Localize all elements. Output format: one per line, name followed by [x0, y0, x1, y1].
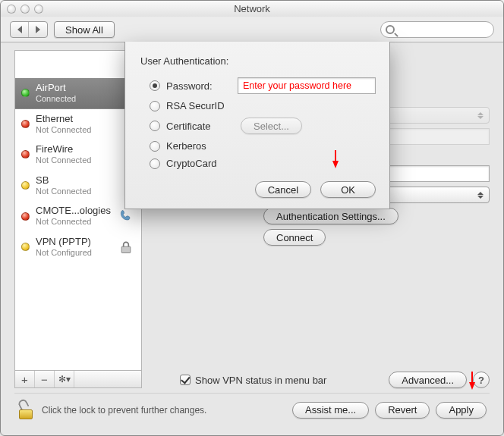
service-name-label: VPN (PPTP) — [36, 237, 92, 248]
kerberos-radio-label: Kerberos — [166, 140, 235, 152]
services-sidebar: AirPort Connected Ethernet Not Connected — [14, 50, 142, 388]
status-dot-icon — [21, 181, 30, 190]
annotation-arrow-icon — [469, 382, 475, 390]
auth-option-cryptocard[interactable]: CryptoCard — [139, 155, 376, 172]
status-dot-icon — [21, 89, 30, 97]
window-title: Network — [1, 3, 503, 14]
advanced-button[interactable]: Advanced... — [389, 372, 467, 388]
search-field[interactable] — [380, 21, 494, 38]
sidebar-item-vpn[interactable]: VPN (PPTP) Not Configured — [15, 232, 141, 263]
services-list-footer: + − ✻▾ — [14, 371, 142, 388]
auth-option-password[interactable]: Password: Enter your password here — [139, 74, 376, 97]
cryptocard-radio[interactable] — [150, 158, 160, 169]
service-status-label: Connected — [36, 94, 76, 104]
lock-icon[interactable] — [17, 401, 34, 419]
service-name-label: AirPort — [36, 83, 76, 94]
password-radio-label: Password: — [166, 80, 232, 92]
certificate-select-button[interactable]: Select... — [241, 118, 302, 134]
network-preferences-window: Network Show All AirPort Connec — [0, 0, 504, 436]
revert-button[interactable]: Revert — [375, 402, 430, 419]
annotation-arrow-icon — [332, 161, 339, 168]
sheet-ok-button[interactable]: OK — [320, 181, 376, 198]
window-footer: Click the lock to prevent further change… — [14, 393, 490, 426]
phone-icon — [117, 208, 135, 224]
status-dot-icon — [21, 212, 30, 221]
auth-option-kerberos[interactable]: Kerberos — [139, 137, 376, 155]
svg-rect-0 — [121, 246, 131, 253]
password-field[interactable]: Enter your password here — [238, 77, 376, 94]
service-name-label: SB — [36, 175, 91, 187]
sheet-cancel-button[interactable]: Cancel — [255, 181, 311, 198]
remove-service-button[interactable]: − — [35, 371, 55, 387]
certificate-radio-label: Certificate — [166, 121, 235, 132]
chevron-updown-icon — [475, 189, 486, 201]
service-name-label: Ethernet — [36, 114, 91, 125]
cryptocard-radio-label: CryptoCard — [166, 158, 235, 169]
rsa-radio[interactable] — [150, 101, 160, 111]
auth-option-rsa[interactable]: RSA SecurID — [139, 97, 376, 114]
service-name-label: FireWire — [36, 144, 91, 155]
services-actions-menu[interactable]: ✻▾ — [55, 371, 74, 387]
auth-option-certificate[interactable]: Certificate Select... — [139, 114, 376, 137]
show-all-button[interactable]: Show All — [54, 21, 115, 38]
sidebar-item-cmote[interactable]: CMOTE...ologies Not Connected — [15, 201, 141, 232]
apply-button[interactable]: Apply — [436, 402, 487, 419]
service-status-label: Not Connected — [36, 217, 111, 227]
back-button[interactable] — [11, 22, 29, 37]
show-vpn-status-checkbox[interactable] — [180, 375, 191, 385]
authentication-settings-button[interactable]: Authentication Settings... — [263, 208, 398, 224]
sidebar-item-firewire[interactable]: FireWire Not Connected — [15, 140, 141, 171]
lock-hint-label: Click the lock to prevent further change… — [42, 405, 206, 416]
sheet-heading: User Authentication: — [140, 55, 376, 67]
sidebar-item-sb[interactable]: SB Not Connected — [15, 171, 141, 202]
assist-me-button[interactable]: Assist me... — [292, 402, 369, 419]
services-list[interactable]: AirPort Connected Ethernet Not Connected — [14, 50, 142, 371]
status-dot-icon — [21, 150, 30, 158]
connect-button[interactable]: Connect — [263, 229, 326, 246]
service-status-label: Not Connected — [36, 187, 91, 196]
kerberos-radio[interactable] — [150, 141, 160, 152]
service-status-label: Not Connected — [36, 155, 91, 165]
service-status-label: Not Configured — [36, 248, 92, 258]
sidebar-item-ethernet[interactable]: Ethernet Not Connected — [15, 109, 141, 140]
add-service-button[interactable]: + — [15, 371, 35, 387]
lock-icon — [117, 239, 135, 256]
status-dot-icon — [21, 120, 30, 128]
forward-button[interactable] — [29, 22, 47, 37]
rsa-radio-label: RSA SecurID — [166, 100, 235, 111]
search-icon — [386, 25, 395, 34]
status-dot-icon — [21, 243, 30, 251]
password-radio[interactable] — [150, 80, 160, 91]
nav-back-forward — [10, 21, 48, 38]
service-status-label: Not Connected — [36, 125, 91, 135]
sidebar-item-airport[interactable]: AirPort Connected — [15, 78, 141, 109]
help-button[interactable]: ? — [473, 372, 490, 388]
titlebar: Network — [1, 1, 503, 17]
toolbar: Show All — [1, 17, 503, 42]
certificate-radio[interactable] — [150, 121, 160, 131]
service-name-label: CMOTE...ologies — [36, 205, 111, 217]
show-vpn-status-label: Show VPN status in menu bar — [195, 375, 326, 386]
authentication-sheet: User Authentication: Password: Enter you… — [124, 42, 390, 209]
